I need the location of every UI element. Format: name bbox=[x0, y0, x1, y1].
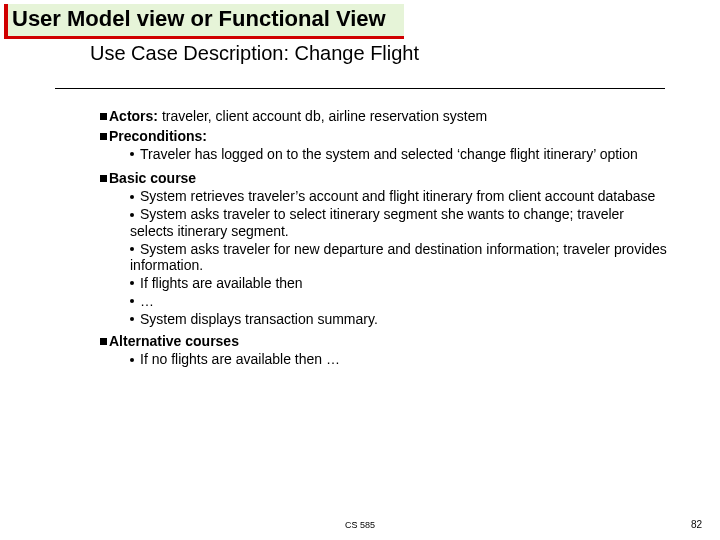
preconditions-item: Traveler has logged on to the system and… bbox=[130, 146, 670, 162]
bullet-dot-icon bbox=[130, 281, 134, 285]
preconditions-item-text: Traveler has logged on to the system and… bbox=[140, 146, 638, 162]
basic-item: … bbox=[130, 293, 670, 309]
basic-item-text: If flights are available then bbox=[140, 275, 303, 291]
basic-item: System retrieves traveler’s account and … bbox=[130, 188, 670, 204]
basic-item: System displays transaction summary. bbox=[130, 311, 670, 327]
alternative-heading: Alternative courses bbox=[100, 333, 670, 349]
bullet-dot-icon bbox=[130, 152, 134, 156]
alternative-item-text: If no flights are available then … bbox=[140, 351, 340, 367]
footer-page-number: 82 bbox=[691, 519, 702, 530]
preconditions-heading: Preconditions: bbox=[100, 128, 670, 144]
basic-item-text: … bbox=[140, 293, 154, 309]
actors-label: Actors: bbox=[109, 108, 158, 124]
slide: User Model view or Functional View Use C… bbox=[0, 0, 720, 540]
basic-item: If flights are available then bbox=[130, 275, 670, 291]
alternative-label: Alternative courses bbox=[109, 333, 239, 349]
bullet-dot-icon bbox=[130, 195, 134, 199]
bullet-square-icon bbox=[100, 113, 107, 120]
bullet-square-icon bbox=[100, 338, 107, 345]
alternative-item: If no flights are available then … bbox=[130, 351, 670, 367]
bullet-square-icon bbox=[100, 175, 107, 182]
basic-label: Basic course bbox=[109, 170, 196, 186]
preconditions-label: Preconditions: bbox=[109, 128, 207, 144]
slide-subtitle: Use Case Description: Change Flight bbox=[90, 42, 419, 65]
bullet-dot-icon bbox=[130, 358, 134, 362]
bullet-dot-icon bbox=[130, 317, 134, 321]
divider bbox=[55, 88, 665, 90]
basic-item-text: System asks traveler for new departure a… bbox=[130, 241, 667, 273]
basic-item: System asks traveler to select itinerary… bbox=[130, 206, 670, 238]
bullet-dot-icon bbox=[130, 299, 134, 303]
bullet-square-icon bbox=[100, 133, 107, 140]
actors-text: traveler, client account db, airline res… bbox=[158, 108, 487, 124]
basic-heading: Basic course bbox=[100, 170, 670, 186]
bullet-dot-icon bbox=[130, 213, 134, 217]
basic-item-text: System displays transaction summary. bbox=[140, 311, 378, 327]
basic-item-text: System asks traveler to select itinerary… bbox=[130, 206, 624, 238]
content-body: Actors: traveler, client account db, air… bbox=[100, 104, 670, 369]
actors-line: Actors: traveler, client account db, air… bbox=[100, 108, 670, 124]
slide-title: User Model view or Functional View bbox=[4, 4, 404, 39]
basic-item-text: System retrieves traveler’s account and … bbox=[140, 188, 655, 204]
footer-course: CS 585 bbox=[0, 520, 720, 530]
bullet-dot-icon bbox=[130, 247, 134, 251]
basic-item: System asks traveler for new departure a… bbox=[130, 241, 670, 273]
